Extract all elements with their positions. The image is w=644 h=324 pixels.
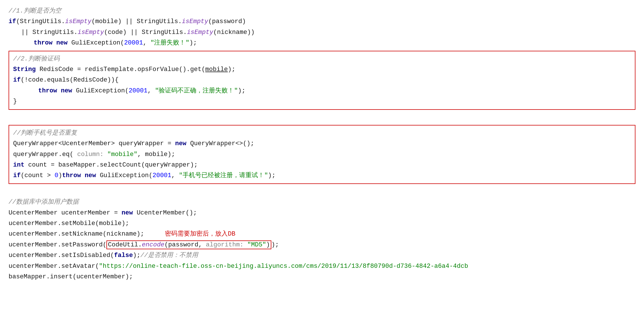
comment-line-4: //数据库中添加用户数据 (9, 197, 635, 207)
code-line-ucenter2: ucenterMember.setMobile(mobile); (9, 218, 635, 229)
comment-line-2: //2.判断验证码 (13, 54, 631, 64)
code-line-throw3: if(count > 0)throw new GuliException(200… (13, 170, 631, 181)
code-line-querywrapper1: QueryWrapper<UcenterMember> queryWrapper… (13, 138, 631, 149)
code-line-ucenter6: ucenterMember.setAvatar("https://online-… (9, 261, 635, 272)
code-line-ucenter3: ucenterMember.setNickname(nickname); 密码需… (9, 229, 635, 239)
code-line-brace1: } (13, 96, 631, 107)
code-line-if-redis: if(!code.equals(RedisCode)){ (13, 75, 631, 85)
comment-line-3: //判断手机号是否重复 (13, 128, 631, 138)
comment-text: //1.判断是否为空 (9, 7, 61, 15)
empty-line-1 (9, 112, 635, 123)
empty-line-2 (9, 186, 635, 197)
code-line-ucenter5: ucenterMember.setIsDisabled(false);//是否禁… (9, 250, 635, 261)
annotation-password: 密码需要加密后，放入DB (165, 230, 235, 238)
red-box-section3: //判断手机号是否重复 QueryWrapper<UcenterMember> … (9, 125, 635, 184)
inline-red-box-codeutil: CodeUtil.encode(password, algorithm: "MD… (106, 240, 271, 249)
code-line-ucenter4: ucenterMember.setPassword(CodeUtil.encod… (9, 240, 635, 250)
code-editor: //1.判断是否为空 if(StringUtils.isEmpty(mobile… (9, 6, 635, 282)
code-line-redisCode: String RedisCode = redisTemplate.opsForV… (13, 64, 631, 75)
red-box-section2: //2.判断验证码 String RedisCode = redisTempla… (9, 51, 635, 110)
code-line-ucenter7: baseMapper.insert(ucenterMember); (9, 272, 635, 282)
code-line-throw2: throw new GuliException(20001, "验证码不正确，注… (13, 86, 631, 96)
code-line-count: int count = baseMapper.selectCount(query… (13, 160, 631, 170)
code-line-if2: || StringUtils.isEmpty(code) || StringUt… (9, 27, 635, 38)
comment-line-1: //1.判断是否为空 (9, 6, 635, 16)
code-line-querywrapper2: queryWrapper.eq( column: "mobile", mobil… (13, 149, 631, 160)
code-line-throw1: throw new GuliException(20001, "注册失败！"); (9, 38, 635, 48)
code-line-if1: if(StringUtils.isEmpty(mobile) || String… (9, 16, 635, 27)
code-line-ucenter1: UcenterMember ucenterMember = new Ucente… (9, 208, 635, 218)
